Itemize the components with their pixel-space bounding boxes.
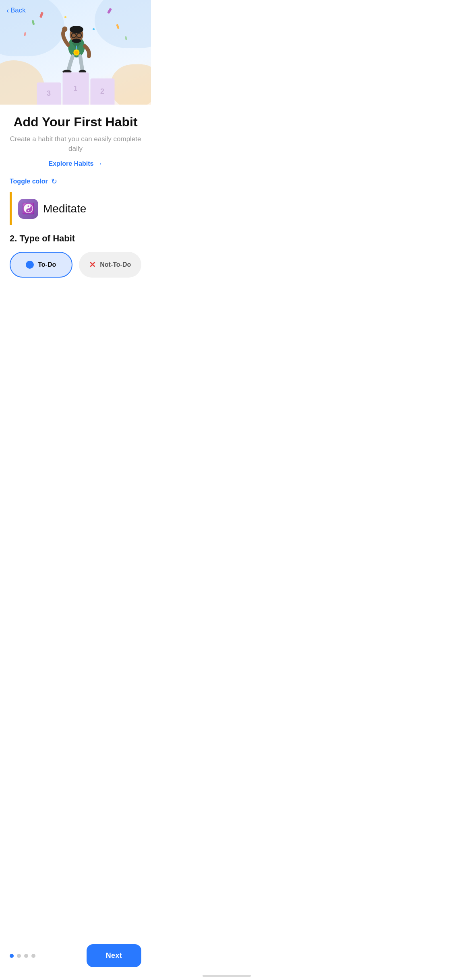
todo-dot-icon [26,261,34,269]
habit-type-selector: To-Do ✕ Not-To-Do [10,252,141,278]
svg-point-10 [72,39,81,43]
refresh-icon[interactable]: ↻ [51,177,57,186]
svg-point-11 [62,27,67,32]
podium-block-3: 3 [37,82,61,105]
svg-point-2 [74,51,78,54]
not-todo-x-icon: ✕ [89,260,96,270]
main-content: Add Your First Habit Create a habit that… [0,105,151,331]
page-subtitle: Create a habit that you can easily compl… [10,134,141,154]
explore-habits-link[interactable]: Explore Habits → [10,160,141,167]
section-2-title: 2. Type of Habit [10,233,141,244]
habit-name: Meditate [43,202,86,215]
not-todo-button[interactable]: ✕ Not-To-Do [79,252,142,278]
habit-emoji: ☯️ [18,199,38,219]
back-button[interactable]: ‹ Back [6,6,26,14]
svg-point-5 [70,26,83,33]
podium-block-1: 1 [62,72,89,105]
back-chevron-icon: ‹ [6,7,9,14]
todo-label: To-Do [38,261,56,268]
page-title: Add Your First Habit [10,114,141,130]
podium: 3 1 2 [37,72,114,105]
toggle-color-label: Toggle color [10,178,48,185]
svg-point-9 [75,37,78,38]
not-todo-label: Not-To-Do [100,261,131,268]
arrow-right-icon: → [96,160,103,167]
hero-illustration: 3 1 2 ‹ Back [0,0,151,105]
toggle-color-row: Toggle color ↻ [10,177,141,186]
todo-button[interactable]: To-Do [10,252,72,278]
podium-block-2: 2 [90,78,114,105]
habit-item: ☯️ Meditate [10,192,141,225]
